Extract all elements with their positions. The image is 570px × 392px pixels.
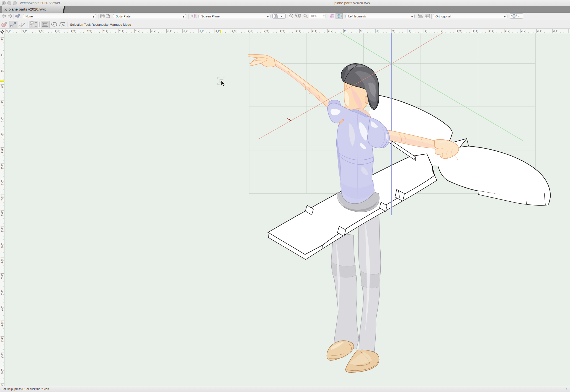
svg-text:2'-6": 2'-6" bbox=[232, 29, 237, 32]
svg-text:4'-3": 4'-3" bbox=[119, 29, 124, 32]
svg-text:3'-9": 3'-9" bbox=[1, 290, 4, 295]
svg-text:2'-3": 2'-3" bbox=[1, 196, 4, 201]
svg-text:5'-9": 5'-9" bbox=[22, 29, 27, 32]
svg-text:9": 9" bbox=[344, 29, 346, 32]
svg-text:3'-0": 3'-0" bbox=[1, 243, 4, 248]
svg-text:1'-0": 1'-0" bbox=[328, 29, 333, 32]
svg-text:3'-6": 3'-6" bbox=[167, 29, 172, 32]
svg-text:0": 0" bbox=[1, 54, 4, 56]
svg-text:4'-3": 4'-3" bbox=[1, 321, 4, 326]
svg-text:6'-0": 6'-0" bbox=[6, 29, 11, 32]
svg-text:2'-9": 2'-9" bbox=[215, 29, 220, 32]
svg-text:3'-9": 3'-9" bbox=[151, 29, 156, 32]
svg-text:3": 3" bbox=[1, 38, 4, 40]
svg-text:0": 0" bbox=[393, 29, 395, 32]
svg-text:2'-9": 2'-9" bbox=[1, 227, 4, 232]
svg-text:5'-6": 5'-6" bbox=[38, 29, 43, 32]
svg-text:2'-6": 2'-6" bbox=[553, 29, 558, 32]
svg-text:3": 3" bbox=[376, 29, 378, 32]
svg-text:3'-3": 3'-3" bbox=[1, 259, 4, 264]
svg-text:1'-0": 1'-0" bbox=[457, 29, 462, 32]
svg-text:4'-6": 4'-6" bbox=[103, 29, 108, 32]
svg-text:2'-3": 2'-3" bbox=[248, 29, 253, 32]
svg-text:2'-3": 2'-3" bbox=[537, 29, 542, 32]
svg-text:1'-0": 1'-0" bbox=[1, 117, 4, 122]
svg-text:1'-6": 1'-6" bbox=[296, 29, 301, 32]
svg-text:3'-0": 3'-0" bbox=[199, 29, 204, 32]
svg-text:3": 3" bbox=[1, 70, 4, 72]
svg-text:1'-9": 1'-9" bbox=[280, 29, 285, 32]
svg-text:1'-3": 1'-3" bbox=[473, 29, 478, 32]
svg-text:1'-6": 1'-6" bbox=[489, 29, 494, 32]
svg-text:4'-9": 4'-9" bbox=[87, 29, 92, 32]
svg-text:4'-6": 4'-6" bbox=[1, 337, 4, 342]
svg-text:5'-0": 5'-0" bbox=[1, 369, 4, 374]
svg-text:5'-0": 5'-0" bbox=[71, 29, 76, 32]
svg-text:5'-3": 5'-3" bbox=[55, 29, 60, 32]
svg-text:2'-6": 2'-6" bbox=[1, 211, 4, 216]
svg-text:1'-9": 1'-9" bbox=[505, 29, 510, 32]
svg-text:3'-3": 3'-3" bbox=[183, 29, 188, 32]
svg-text:6": 6" bbox=[1, 85, 4, 88]
svg-text:3": 3" bbox=[409, 29, 411, 32]
svg-text:2'-0": 2'-0" bbox=[521, 29, 526, 32]
svg-text:1'-3": 1'-3" bbox=[312, 29, 317, 32]
svg-text:4'-9": 4'-9" bbox=[1, 353, 4, 358]
svg-text:1'-3": 1'-3" bbox=[1, 133, 4, 138]
svg-text:2'-0": 2'-0" bbox=[1, 180, 4, 185]
svg-text:2'-0": 2'-0" bbox=[264, 29, 269, 32]
svg-text:4'-0": 4'-0" bbox=[135, 29, 140, 32]
svg-text:3'-6": 3'-6" bbox=[1, 274, 4, 279]
svg-text:6": 6" bbox=[360, 29, 362, 32]
svg-text:4'-0": 4'-0" bbox=[1, 306, 4, 311]
svg-text:6": 6" bbox=[425, 29, 427, 32]
svg-text:1'-6": 1'-6" bbox=[1, 148, 4, 153]
svg-text:9": 9" bbox=[441, 29, 443, 32]
svg-text:1'-9": 1'-9" bbox=[1, 164, 4, 169]
svg-text:9": 9" bbox=[1, 101, 4, 103]
